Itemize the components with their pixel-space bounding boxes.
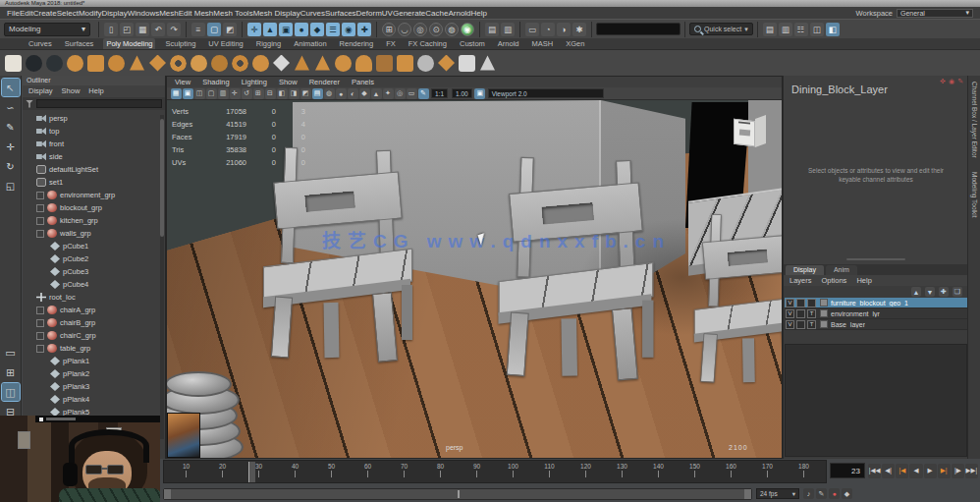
shelf-tab[interactable]: Poly Modeling	[103, 38, 155, 49]
selection-mask-icon[interactable]: ✛	[247, 23, 261, 36]
viewport-toolbar-icon[interactable]: ◨	[289, 88, 299, 99]
workspace-selector[interactable]: Workspace General▾	[856, 9, 973, 18]
menu-item[interactable]: Cache	[425, 9, 448, 18]
toolbox-tool[interactable]: ↻	[2, 157, 20, 175]
menu-item[interactable]: Generate	[393, 9, 425, 18]
shelf-tab[interactable]: Arnold	[495, 38, 522, 49]
outliner-item[interactable]: pPlank3	[36, 380, 165, 393]
outliner-item[interactable]: side	[36, 150, 165, 163]
sidebar-toggle-icon[interactable]: ◫	[810, 23, 824, 36]
outliner-menu-item[interactable]: Show	[62, 86, 81, 96]
perspective-viewport[interactable]: ViewShadingLightingShowRendererPanels ▦▣…	[166, 76, 783, 459]
toolbox-tool[interactable]: ✛	[2, 138, 20, 155]
viewport-menu-item[interactable]: View	[175, 78, 191, 86]
menu-item[interactable]: File	[7, 9, 20, 18]
viewport-toolbar-icon[interactable]: ✦	[383, 88, 394, 99]
viewport-toolbar-icon[interactable]: ▥	[218, 88, 229, 99]
history-icon[interactable]: ▥	[501, 23, 515, 36]
timeline-tick[interactable]: 180	[786, 463, 822, 477]
selection-mask-icon[interactable]: ●	[295, 23, 308, 36]
sidebar-toggle-icon[interactable]: ◧	[826, 23, 840, 36]
outliner-menu-item[interactable]: Display	[28, 86, 53, 96]
timeline-tick[interactable]: 120	[568, 463, 604, 477]
timeline-tick[interactable]: 130	[604, 463, 640, 477]
render-icon[interactable]: ▭	[525, 23, 539, 36]
channel-box-object-name[interactable]: Dining_Block_Layer	[791, 84, 888, 95]
shelf-tab[interactable]: MASH	[529, 38, 557, 49]
viewport-toolbar-icon[interactable]: ▢	[206, 88, 217, 99]
viewport-menu-item[interactable]: Shading	[202, 78, 230, 86]
outliner-item[interactable]: kitchen_grp	[36, 214, 165, 227]
scene-3d-view[interactable]: 技艺CG www.qdnxxfb.cn persp 2100 Verts 170…	[167, 100, 782, 458]
viewport-toolbar-icon[interactable]: ▤	[312, 88, 323, 99]
layer-visibility-toggle[interactable]: V	[786, 299, 794, 307]
shelf-tab[interactable]: Surfaces	[62, 38, 97, 49]
transport-button[interactable]: |◀	[896, 464, 908, 478]
outliner-item[interactable]: pCube4	[36, 278, 165, 291]
menu-item[interactable]: Deform	[356, 9, 382, 18]
layer-action-button[interactable]: ✚	[939, 287, 949, 297]
selection-mask-icon[interactable]: ✚	[357, 23, 371, 36]
render-icon[interactable]: ◔	[541, 23, 555, 36]
chair-model[interactable]	[277, 147, 424, 373]
timeline-tick[interactable]: 30	[241, 463, 277, 477]
viewport-toolbar-icon[interactable]: ⊞	[253, 88, 264, 99]
shelf-tool-icon[interactable]	[294, 55, 310, 72]
viewport-toolbar-icon[interactable]: ◩	[300, 88, 311, 99]
selection-mode-icon[interactable]: ≡	[191, 23, 205, 36]
shelf-tool-icon[interactable]	[149, 55, 166, 72]
shelf-tool-icon[interactable]	[355, 55, 372, 72]
chair-model[interactable]	[513, 157, 666, 392]
sidebar-vertical-tab[interactable]: Channel Box / Layer Editor	[971, 82, 978, 158]
viewport-toolbar-icon[interactable]: ⊟	[265, 88, 276, 99]
playback-option-icon[interactable]: ◆	[842, 488, 852, 499]
toolbox-tool[interactable]: ↖	[2, 79, 20, 96]
shelf-tab[interactable]: Custom	[457, 38, 488, 49]
snap-icon[interactable]: ⊙	[429, 23, 443, 36]
layer-display-type-toggle[interactable]: T	[807, 309, 816, 318]
playback-option-icon[interactable]: ♪	[803, 488, 814, 499]
layer-action-button[interactable]: ❏	[953, 287, 962, 297]
shelf-tool-icon[interactable]	[26, 55, 42, 72]
menu-item[interactable]: Create	[33, 9, 57, 18]
timeline-tick[interactable]: 140	[640, 463, 677, 477]
sidebar-toggle-icon[interactable]: ☷	[794, 23, 808, 36]
shelf-tool-icon[interactable]	[46, 55, 63, 72]
viewport-menu-item[interactable]: Panels	[352, 78, 374, 86]
timeline-tick[interactable]: 170	[749, 463, 786, 477]
timeline-tick[interactable]: 100	[495, 463, 531, 477]
shelf-tool-icon[interactable]	[417, 55, 434, 72]
time-slider[interactable]: 1020304050607080901001101201301401501601…	[163, 460, 827, 483]
display-layer-row[interactable]: V T environment_lyr	[785, 308, 967, 319]
shelf-tool-icon[interactable]	[314, 55, 331, 72]
outliner-scrollbar[interactable]	[160, 115, 164, 439]
menu-item[interactable]: Surfaces	[325, 9, 356, 18]
outliner-item[interactable]: pCube3	[36, 265, 165, 278]
shelf-tool-icon[interactable]	[459, 55, 475, 72]
timeline-tick[interactable]: 90	[459, 463, 495, 477]
snap-icon[interactable]: ◍	[445, 23, 459, 36]
layout-shortcut-button[interactable]: ⊞	[2, 363, 20, 381]
menu-item[interactable]: Curves	[300, 9, 325, 18]
shelf-tab[interactable]: FX	[383, 38, 399, 49]
renderer-name-field[interactable]: Viewport 2.0	[488, 88, 604, 98]
shelf-tab[interactable]: Rendering	[337, 38, 377, 49]
viewport-toolbar-icon[interactable]: ◍	[324, 88, 335, 99]
menu-item[interactable]: Help	[471, 9, 487, 18]
shelf-tool-icon[interactable]	[397, 55, 413, 72]
display-layer-row[interactable]: V furniture_blockout_geo_1	[785, 298, 967, 308]
snap-icon[interactable]: ◉	[461, 23, 474, 36]
statusline-icon[interactable]: ◰	[120, 23, 134, 36]
layer-visibility-toggle[interactable]: V	[786, 320, 794, 329]
selection-mask-icon[interactable]: ☰	[326, 23, 340, 36]
snap-icon[interactable]: ◡	[398, 23, 411, 36]
outliner-item[interactable]: top	[36, 125, 165, 138]
layer-menu-item[interactable]: Layers	[789, 276, 812, 285]
shelf-tab[interactable]: FX Caching	[406, 38, 450, 49]
layout-shortcut-button[interactable]: ◫	[2, 383, 20, 401]
layer-playback-toggle[interactable]	[796, 320, 805, 329]
viewport-toolbar-icon[interactable]: ▲	[371, 88, 382, 99]
outliner-item[interactable]: chairC_grp	[36, 329, 165, 342]
transport-button[interactable]: ◀|	[882, 464, 895, 478]
viewport-menu-item[interactable]: Show	[279, 78, 298, 86]
